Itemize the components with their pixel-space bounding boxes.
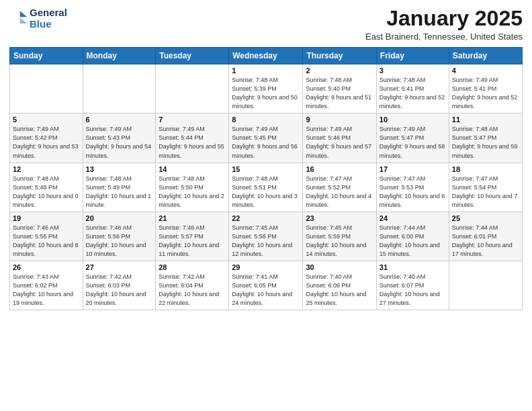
day-number: 19 — [13, 214, 80, 222]
day-number: 12 — [13, 165, 80, 173]
calendar-cell — [83, 64, 156, 113]
sunrise-label: Sunrise: 7:48 AM — [159, 175, 205, 182]
sunrise-label: Sunrise: 7:46 AM — [86, 224, 132, 231]
day-info: Sunrise: 7:47 AMSunset: 5:52 PMDaylight:… — [306, 175, 373, 210]
sunset-label: Sunset: 5:54 PM — [452, 184, 497, 191]
daylight-label: Daylight: 9 hours and 52 minutes. — [380, 94, 445, 109]
day-info: Sunrise: 7:41 AMSunset: 6:05 PMDaylight:… — [232, 273, 300, 308]
sunset-label: Sunset: 5:42 PM — [13, 134, 58, 141]
day-number: 29 — [232, 263, 300, 271]
calendar-cell: 17Sunrise: 7:47 AMSunset: 5:53 PMDayligh… — [376, 163, 449, 212]
sunset-label: Sunset: 5:41 PM — [452, 85, 497, 92]
daylight-label: Daylight: 10 hours and 22 minutes. — [159, 291, 219, 306]
calendar-cell: 22Sunrise: 7:45 AMSunset: 5:58 PMDayligh… — [229, 212, 303, 261]
calendar-cell: 30Sunrise: 7:40 AMSunset: 6:06 PMDayligh… — [303, 261, 376, 310]
day-info: Sunrise: 7:46 AMSunset: 5:57 PMDaylight:… — [159, 224, 226, 259]
day-number: 22 — [232, 214, 300, 222]
calendar-cell: 2Sunrise: 7:48 AMSunset: 5:40 PMDaylight… — [303, 64, 376, 113]
daylight-label: Daylight: 9 hours and 53 minutes. — [13, 143, 79, 158]
day-number: 21 — [159, 214, 226, 222]
sunset-label: Sunset: 5:51 PM — [232, 184, 277, 191]
daylight-label: Daylight: 10 hours and 14 minutes. — [306, 242, 366, 257]
sunset-label: Sunset: 5:57 PM — [159, 233, 204, 240]
day-info: Sunrise: 7:49 AMSunset: 5:44 PMDaylight:… — [159, 125, 226, 160]
calendar-week-4: 19Sunrise: 7:46 AMSunset: 5:55 PMDayligh… — [10, 212, 523, 261]
day-number: 30 — [306, 263, 373, 271]
day-number: 17 — [380, 165, 446, 173]
calendar-cell: 8Sunrise: 7:49 AMSunset: 5:45 PMDaylight… — [229, 113, 303, 163]
weekday-header-wednesday: Wednesday — [229, 48, 303, 64]
day-info: Sunrise: 7:48 AMSunset: 5:40 PMDaylight:… — [306, 76, 373, 111]
day-number: 1 — [232, 66, 300, 75]
day-info: Sunrise: 7:49 AMSunset: 5:45 PMDaylight:… — [232, 125, 300, 160]
day-number: 16 — [306, 165, 373, 173]
sunset-label: Sunset: 5:39 PM — [232, 85, 277, 92]
sunrise-label: Sunrise: 7:47 AM — [380, 175, 426, 182]
day-number: 27 — [86, 263, 153, 271]
day-info: Sunrise: 7:49 AMSunset: 5:46 PMDaylight:… — [306, 125, 373, 160]
sunset-label: Sunset: 5:44 PM — [159, 134, 204, 141]
weekday-header-tuesday: Tuesday — [156, 48, 229, 64]
day-info: Sunrise: 7:46 AMSunset: 5:56 PMDaylight:… — [86, 224, 153, 259]
sunrise-label: Sunrise: 7:48 AM — [13, 175, 59, 182]
day-info: Sunrise: 7:48 AMSunset: 5:51 PMDaylight:… — [232, 175, 300, 210]
day-info: Sunrise: 7:49 AMSunset: 5:43 PMDaylight:… — [86, 125, 153, 160]
calendar-cell: 21Sunrise: 7:46 AMSunset: 5:57 PMDayligh… — [156, 212, 229, 261]
sunset-label: Sunset: 6:06 PM — [306, 282, 351, 289]
sunrise-label: Sunrise: 7:40 AM — [306, 273, 352, 280]
sunrise-label: Sunrise: 7:42 AM — [159, 273, 205, 280]
sunset-label: Sunset: 5:41 PM — [380, 85, 425, 92]
sunrise-label: Sunrise: 7:49 AM — [232, 126, 278, 132]
calendar-cell: 25Sunrise: 7:44 AMSunset: 6:01 PMDayligh… — [449, 212, 522, 261]
sunrise-label: Sunrise: 7:49 AM — [306, 126, 352, 132]
day-number: 2 — [306, 66, 373, 75]
weekday-header-friday: Friday — [376, 48, 449, 64]
day-number: 18 — [452, 165, 519, 173]
day-number: 8 — [232, 116, 300, 124]
daylight-label: Daylight: 9 hours and 51 minutes. — [306, 94, 371, 109]
day-info: Sunrise: 7:43 AMSunset: 6:02 PMDaylight:… — [13, 273, 80, 308]
sunrise-label: Sunrise: 7:48 AM — [232, 77, 278, 83]
sunset-label: Sunset: 5:53 PM — [380, 184, 425, 191]
sunset-label: Sunset: 5:47 PM — [452, 134, 497, 141]
sunset-label: Sunset: 5:43 PM — [86, 134, 131, 141]
calendar-week-3: 12Sunrise: 7:48 AMSunset: 5:48 PMDayligh… — [10, 163, 523, 212]
calendar-cell: 19Sunrise: 7:46 AMSunset: 5:55 PMDayligh… — [10, 212, 83, 261]
sunrise-label: Sunrise: 7:40 AM — [380, 273, 426, 280]
daylight-label: Daylight: 9 hours and 55 minutes. — [159, 143, 224, 158]
weekday-header-sunday: Sunday — [10, 48, 83, 64]
daylight-label: Daylight: 9 hours and 57 minutes. — [306, 143, 371, 158]
day-number: 11 — [452, 116, 519, 124]
sunset-label: Sunset: 5:50 PM — [159, 184, 204, 191]
day-info: Sunrise: 7:48 AMSunset: 5:50 PMDaylight:… — [159, 175, 226, 210]
logo-line1: General — [30, 7, 67, 18]
day-number: 5 — [13, 116, 80, 124]
sunset-label: Sunset: 6:00 PM — [380, 233, 425, 240]
sunrise-label: Sunrise: 7:45 AM — [232, 224, 278, 231]
day-number: 6 — [86, 116, 153, 124]
day-info: Sunrise: 7:44 AMSunset: 6:01 PMDaylight:… — [452, 224, 519, 259]
sunset-label: Sunset: 5:59 PM — [306, 233, 351, 240]
calendar: SundayMondayTuesdayWednesdayThursdayFrid… — [9, 47, 523, 310]
sunrise-label: Sunrise: 7:47 AM — [306, 175, 352, 182]
daylight-label: Daylight: 10 hours and 25 minutes. — [306, 291, 366, 306]
daylight-label: Daylight: 10 hours and 24 minutes. — [232, 291, 292, 306]
sunrise-label: Sunrise: 7:47 AM — [452, 175, 498, 182]
sunset-label: Sunset: 6:01 PM — [452, 233, 497, 240]
daylight-label: Daylight: 9 hours and 56 minutes. — [232, 143, 298, 158]
day-info: Sunrise: 7:49 AMSunset: 5:41 PMDaylight:… — [452, 76, 519, 111]
weekday-header-thursday: Thursday — [303, 48, 376, 64]
daylight-label: Daylight: 10 hours and 2 minutes. — [159, 193, 224, 208]
sunrise-label: Sunrise: 7:46 AM — [159, 224, 205, 231]
day-number: 3 — [380, 66, 446, 75]
weekday-header-saturday: Saturday — [449, 48, 522, 64]
sunset-label: Sunset: 5:58 PM — [232, 233, 277, 240]
weekday-header-monday: Monday — [83, 48, 156, 64]
daylight-label: Daylight: 9 hours and 58 minutes. — [380, 143, 445, 158]
calendar-cell: 20Sunrise: 7:46 AMSunset: 5:56 PMDayligh… — [83, 212, 156, 261]
sunset-label: Sunset: 6:02 PM — [13, 282, 58, 289]
day-number: 4 — [452, 66, 519, 75]
day-info: Sunrise: 7:44 AMSunset: 6:00 PMDaylight:… — [380, 224, 446, 259]
daylight-label: Daylight: 10 hours and 6 minutes. — [380, 193, 445, 208]
calendar-cell: 4Sunrise: 7:49 AMSunset: 5:41 PMDaylight… — [449, 64, 522, 113]
